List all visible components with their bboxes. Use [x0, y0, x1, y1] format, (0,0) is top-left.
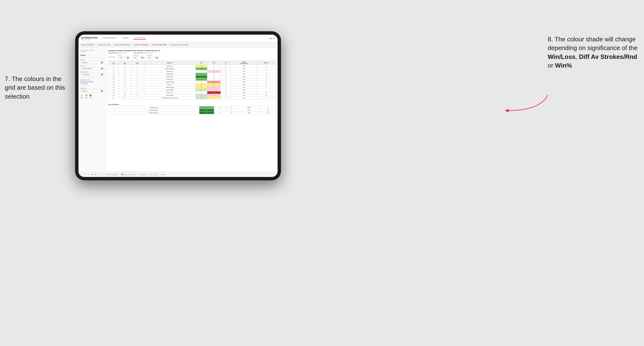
td-opponent: Jessica Huang: [144, 81, 196, 83]
td-conf: 5: [131, 86, 144, 89]
td-div: 3: [108, 65, 119, 68]
ood-td-rounds: 2: [260, 106, 276, 109]
table-row: 5 2 2 Alexis Sudjianto 1 0 0 4.00 3: [108, 68, 276, 70]
toolbar-share[interactable]: ↗ Share: [158, 173, 166, 176]
arrow-right: [502, 94, 550, 113]
ood-table: Foreign Team 1 0 0 4.500 2 NAIA Division…: [108, 106, 276, 114]
tablet-device: SCOREBOARD Powered by clippd TOURNAMENTS…: [75, 31, 281, 180]
radio-top100[interactable]: Top 100: [80, 83, 104, 84]
toolbar-copy[interactable]: ⊞: [91, 173, 93, 175]
td-reg: 8: [119, 86, 131, 89]
bottom-toolbar: ↩ ↪ ↩ ⊞ ⊕ 🕐 👁 View: Original 💾 Save Cust…: [78, 172, 278, 177]
overall-record-value: 353 - 34 - 6: [119, 52, 127, 54]
td-win: 0: [196, 91, 207, 94]
td-div: 11: [108, 78, 119, 81]
filter-conference-select[interactable]: (All): [132, 56, 144, 59]
td-opponent: Eunice Yi: [144, 83, 196, 86]
td-conf: 3: [131, 78, 144, 81]
td-reg: 2: [119, 68, 131, 70]
td-diff: 3.67: [231, 73, 257, 75]
td-rounds: 11: [257, 94, 276, 97]
subnav-player-h2h-heatmap[interactable]: PLAYER H2H HEATMAP: [170, 44, 188, 46]
subnav-player-h2h-grid[interactable]: PLAYER H2H GRID: [152, 44, 167, 46]
td-rounds: 4: [257, 65, 276, 68]
legend-up: Up: [89, 94, 92, 99]
td-diff: 1.25: [231, 86, 257, 89]
td-div: 18: [108, 91, 119, 94]
ood-td-diff: 7.400: [237, 112, 260, 114]
td-conf: 4: [131, 83, 144, 86]
subnav-team-h2h-grid[interactable]: TEAM H2H GRID: [98, 44, 111, 46]
td-loss: 1: [207, 97, 220, 99]
td-loss: 1: [207, 86, 220, 89]
th-opponent: Opponent: [144, 61, 196, 65]
opponent-view-radio-group: Opponents Played Top 100: [80, 81, 104, 84]
th-conf: #Conf: [131, 61, 144, 65]
subnav-team-h2h-heatmap[interactable]: TEAM H2H HEATMAP: [114, 44, 130, 46]
logo-area: SCOREBOARD Powered by clippd: [81, 36, 98, 40]
filter-region-label: Region: [118, 55, 130, 56]
player-rank-select[interactable]: 8. Katelyn Vo: [80, 73, 104, 76]
toolbar-paste[interactable]: ⊕: [95, 173, 96, 175]
td-diff: 1.50: [231, 65, 257, 68]
td-win: 1: [196, 78, 207, 81]
td-reg: 1: [119, 78, 131, 81]
toolbar-redo[interactable]: ↪: [84, 173, 86, 175]
toolbar-divider-1: [103, 173, 103, 176]
td-rounds: [257, 89, 276, 91]
ood-td-label: Foreign Team: [108, 106, 199, 109]
toolbar-grid-icon[interactable]: ⊞: [154, 173, 156, 175]
radio-dot-opponents-played: [80, 81, 82, 82]
table-row: 16 1 1 Jessica Mason 1 2 0 -0.94: [108, 89, 276, 91]
td-tie: 0: [220, 83, 231, 86]
watch-icon: 👁: [140, 174, 141, 175]
toolbar-watch[interactable]: 👁 Watch ▾: [139, 173, 148, 176]
ood-td-diff: 4.500: [237, 106, 260, 109]
toolbar-save-custom[interactable]: 💾 Save Custom View: [120, 173, 137, 176]
toolbar-undo[interactable]: ↩: [80, 173, 82, 175]
td-conf: 1: [131, 89, 144, 91]
td-diff: 1.33: [231, 97, 257, 99]
subnav-team-summary[interactable]: TEAM SUMMARY: [81, 44, 94, 46]
legend-label-up: Up: [90, 97, 91, 99]
legend-row: Down Level Up: [80, 94, 104, 99]
filter-region-select[interactable]: (All): [118, 56, 130, 59]
radio-opponents-played[interactable]: Opponents Played: [80, 81, 104, 82]
gender-select[interactable]: Women's: [80, 61, 104, 64]
overall-record-label: Overall Record:: [108, 52, 119, 54]
nav-tournaments[interactable]: TOURNAMENTS: [102, 37, 118, 40]
ood-table-row: NAIA Division 1 15 0 0 9.267 30: [108, 109, 276, 112]
toolbar-export[interactable]: ⬜: [150, 173, 153, 175]
nav-committee[interactable]: COMMITTEE: [133, 37, 146, 40]
td-reg: 1: [119, 89, 131, 91]
division-select[interactable]: NCAA Division III: [80, 67, 104, 70]
ood-td-label: NCAA Division 2: [108, 112, 199, 114]
td-rounds: 9: [257, 83, 276, 86]
td-loss: 2: [207, 83, 220, 86]
td-win: 1: [196, 73, 207, 75]
td-tie: 0: [220, 81, 231, 83]
nav-right: | Sign out: [266, 37, 275, 39]
ood-td-tie: 0: [226, 106, 237, 109]
sign-out-link[interactable]: Sign out: [269, 37, 275, 39]
toolbar-redo2[interactable]: ↩: [88, 173, 89, 175]
filter-opponent-select[interactable]: (All): [147, 56, 159, 59]
grid-records: Overall Record: 353 - 34 - 6 Division Re…: [108, 52, 276, 54]
td-conf: 7: [131, 97, 144, 99]
td-diff: 0.38: [231, 83, 257, 86]
toolbar-view-original[interactable]: 👁 View: Original: [105, 173, 118, 176]
td-reg: 10: [119, 94, 131, 97]
td-rounds: 3: [257, 73, 276, 75]
view-original-icon: 👁: [106, 174, 108, 175]
annotation-bold-diff: Diff Av Strokes/Rnd: [579, 53, 637, 60]
ood-td-loss: 0: [214, 106, 226, 109]
td-loss: 0: [207, 75, 220, 78]
subnav-player-summary[interactable]: PLAYER SUMMARY: [133, 44, 149, 46]
timestamp-time: 16:55:38: [80, 51, 104, 52]
radio-label-top100: Top 100: [82, 83, 88, 84]
colour-by-select[interactable]: Win/loss: [80, 89, 104, 92]
nav-teams[interactable]: TEAMS: [121, 37, 130, 40]
table-row: 6 3 3 Sydney Kuo 0 1 0 -1.00: [108, 70, 276, 73]
toolbar-clock[interactable]: 🕐: [98, 173, 101, 175]
th-rounds: Rounds: [257, 61, 276, 65]
